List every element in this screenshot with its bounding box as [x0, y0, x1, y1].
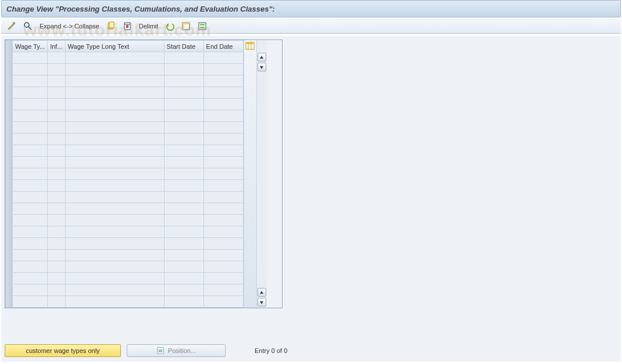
row-selector[interactable]	[6, 122, 13, 134]
table-row[interactable]	[6, 52, 244, 64]
table-row[interactable]	[6, 273, 244, 284]
cell-end-date[interactable]	[203, 64, 243, 75]
table-row[interactable]	[6, 87, 244, 99]
table-row[interactable]	[6, 75, 244, 87]
col-header-end-date[interactable]: End Date	[203, 41, 243, 52]
cell-long-text[interactable]	[65, 261, 164, 273]
customer-wage-types-button[interactable]: customer wage types only	[5, 344, 121, 357]
cell-long-text[interactable]	[65, 238, 164, 250]
cell-wage-type[interactable]	[13, 157, 48, 168]
row-selector[interactable]	[6, 64, 13, 75]
cell-long-text[interactable]	[65, 284, 164, 296]
col-header-start-date[interactable]: Start Date	[164, 41, 203, 52]
cell-infotype[interactable]	[48, 250, 65, 261]
cell-wage-type[interactable]	[13, 192, 48, 203]
cell-end-date[interactable]	[203, 215, 243, 226]
cell-infotype[interactable]	[48, 296, 65, 308]
row-selector[interactable]	[6, 261, 13, 273]
row-selector[interactable]	[6, 215, 13, 226]
cell-start-date[interactable]	[164, 134, 203, 145]
cell-end-date[interactable]	[203, 145, 243, 157]
cell-wage-type[interactable]	[13, 87, 48, 99]
cell-wage-type[interactable]	[13, 99, 48, 110]
cell-start-date[interactable]	[164, 110, 203, 122]
cell-wage-type[interactable]	[13, 145, 48, 157]
row-selector[interactable]	[6, 75, 13, 87]
cell-end-date[interactable]	[203, 261, 243, 273]
cell-infotype[interactable]	[48, 110, 65, 122]
scroll-down-button[interactable]	[258, 298, 266, 307]
cell-wage-type[interactable]	[13, 250, 48, 261]
cell-infotype[interactable]	[48, 52, 65, 64]
row-selector[interactable]	[6, 99, 13, 110]
cell-long-text[interactable]	[65, 180, 164, 192]
table-row[interactable]	[6, 226, 244, 238]
cell-end-date[interactable]	[203, 110, 243, 122]
cell-wage-type[interactable]	[13, 284, 48, 296]
cell-end-date[interactable]	[203, 52, 243, 64]
cell-long-text[interactable]	[65, 157, 164, 168]
cell-wage-type[interactable]	[13, 215, 48, 226]
cell-long-text[interactable]	[65, 134, 164, 145]
cell-long-text[interactable]	[65, 250, 164, 261]
cell-infotype[interactable]	[48, 215, 65, 226]
cell-end-date[interactable]	[203, 192, 243, 203]
table-row[interactable]	[6, 215, 244, 226]
cell-start-date[interactable]	[164, 52, 203, 64]
cell-long-text[interactable]	[65, 296, 164, 308]
cell-start-date[interactable]	[164, 145, 203, 157]
cell-long-text[interactable]	[65, 168, 164, 180]
row-selector[interactable]	[6, 273, 13, 284]
cell-infotype[interactable]	[48, 134, 65, 145]
position-button[interactable]: Position...	[127, 344, 226, 357]
cell-infotype[interactable]	[48, 99, 65, 110]
cell-end-date[interactable]	[203, 180, 243, 192]
cell-wage-type[interactable]	[13, 134, 48, 145]
cell-long-text[interactable]	[65, 99, 164, 110]
cell-wage-type[interactable]	[13, 122, 48, 134]
cell-start-date[interactable]	[164, 296, 203, 308]
cell-long-text[interactable]	[65, 122, 164, 134]
cell-long-text[interactable]	[65, 226, 164, 238]
row-selector[interactable]	[6, 134, 13, 145]
cell-infotype[interactable]	[48, 157, 65, 168]
cell-end-date[interactable]	[203, 122, 243, 134]
table-row[interactable]	[6, 168, 244, 180]
cell-infotype[interactable]	[48, 284, 65, 296]
row-selector[interactable]	[6, 110, 13, 122]
cell-start-date[interactable]	[164, 168, 203, 180]
cell-infotype[interactable]	[48, 75, 65, 87]
cell-start-date[interactable]	[164, 122, 203, 134]
cell-start-date[interactable]	[164, 215, 203, 226]
row-selector[interactable]	[6, 157, 13, 168]
row-selector[interactable]	[6, 52, 13, 64]
cell-infotype[interactable]	[48, 64, 65, 75]
delimit-button[interactable]: Delimit	[139, 23, 159, 30]
scroll-down-one-button[interactable]	[258, 63, 266, 71]
cell-start-date[interactable]	[164, 75, 203, 87]
cell-end-date[interactable]	[203, 226, 243, 238]
table-row[interactable]	[6, 284, 244, 296]
table-row[interactable]	[6, 145, 244, 157]
cell-end-date[interactable]	[203, 168, 243, 180]
cell-end-date[interactable]	[203, 157, 243, 168]
cell-infotype[interactable]	[48, 273, 65, 284]
cell-end-date[interactable]	[203, 273, 243, 284]
table-settings-button[interactable]	[245, 41, 255, 52]
table-row[interactable]	[6, 203, 244, 215]
cell-infotype[interactable]	[48, 180, 65, 192]
table-row[interactable]	[6, 180, 244, 192]
cell-wage-type[interactable]	[13, 238, 48, 250]
cell-start-date[interactable]	[164, 180, 203, 192]
table-row[interactable]	[6, 122, 244, 134]
col-header-long-text[interactable]: Wage Type Long Text	[65, 41, 164, 52]
cell-wage-type[interactable]	[13, 261, 48, 273]
select-all-cell[interactable]	[6, 41, 13, 52]
row-selector[interactable]	[6, 226, 13, 238]
cell-start-date[interactable]	[164, 87, 203, 99]
cell-start-date[interactable]	[164, 284, 203, 296]
cell-wage-type[interactable]	[13, 203, 48, 215]
cell-infotype[interactable]	[48, 87, 65, 99]
table-row[interactable]	[6, 99, 244, 110]
cell-wage-type[interactable]	[13, 180, 48, 192]
